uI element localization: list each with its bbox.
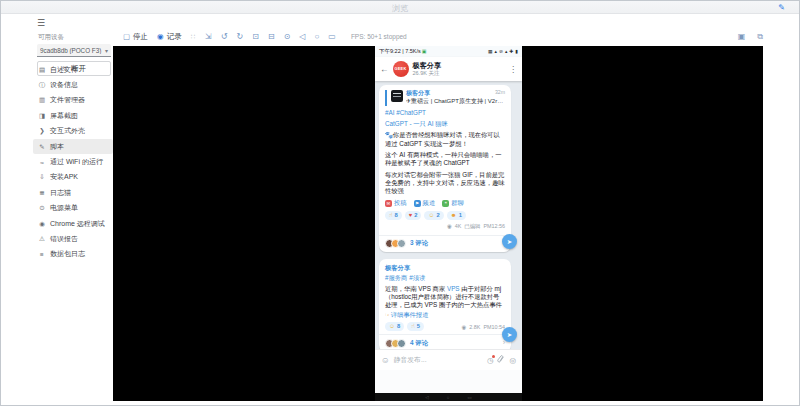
sidebar-item-install-apk[interactable]: ⇩安装APK: [33, 170, 113, 185]
reply-preview[interactable]: 极客分享 ✈重磅云 | ChatGPT原生支持 | V2rayN6…: [385, 90, 505, 106]
device-name: 9cadb8db (POCO F3): [40, 47, 105, 54]
sidebar-item-logcat[interactable]: ≣日志猫: [33, 185, 113, 200]
channel-name[interactable]: 极客分享: [385, 264, 505, 272]
views-count: 4K: [455, 223, 462, 230]
expand-icon[interactable]: ⧉: [757, 32, 763, 42]
sidebar-item-adb-over-wifi[interactable]: ≈通过 WiFi 的运行: [33, 154, 113, 169]
app-switch-icon[interactable]: ▭: [328, 32, 336, 41]
message-bubble[interactable]: 32m 极客分享 ✈重磅云 | ChatGPT原生支持 | V2rayN6… #…: [379, 85, 511, 252]
share-button[interactable]: ➤: [502, 234, 517, 249]
device-dropdown[interactable]: 9cadb8db (POCO F3) ▾: [37, 44, 111, 57]
sidebar-item-scrcpy[interactable]: ✎脚本: [33, 139, 113, 154]
record-icon: ◉: [157, 32, 164, 41]
record-toggle[interactable]: ◉记录: [157, 32, 182, 42]
edited-label: 已编辑: [464, 223, 480, 230]
reactions: ☝8 ♥2 ☺2 ☻1: [385, 211, 505, 221]
screenshot-icon: ◨: [38, 112, 46, 120]
channel-link[interactable]: ⚑频道: [414, 199, 436, 207]
nav-back-icon[interactable]: ◁: [425, 395, 428, 400]
nav-home-icon[interactable]: ○: [447, 395, 450, 400]
pip-icon[interactable]: ⊟: [268, 32, 275, 41]
nav-recent-icon[interactable]: ▭: [467, 395, 471, 400]
title-bar: 浏览 ✎: [1, 1, 799, 14]
power-icon[interactable]: ⊙: [284, 32, 291, 41]
hashtags[interactable]: #服务商 #须读: [385, 274, 505, 282]
notification-dot: [492, 355, 495, 358]
rotate-left-icon[interactable]: ↺: [221, 32, 228, 41]
commenter-avatars: [385, 239, 406, 248]
input-area-spacer: [375, 370, 522, 393]
message-paragraph: 这个 AI 有两种模式，一种只会喵喵喵，一种是被赋予了灵魂的 ChatGPT: [385, 151, 505, 168]
sidebar-item-device-info[interactable]: ⓘ设备信息: [33, 77, 113, 92]
attach-icon[interactable]: [497, 355, 505, 366]
rotate-right-icon[interactable]: ↻: [237, 32, 244, 41]
screenshot-icon[interactable]: ⊡: [252, 32, 259, 41]
bug-icon: ⚠: [38, 235, 46, 243]
share-arrow-icon: ➤: [507, 238, 512, 246]
reaction-hug[interactable]: ☻1: [447, 211, 466, 221]
channel-subscribers: 26.9K 关注: [413, 70, 442, 77]
reply-text: ✈重磅云 | ChatGPT原生支持 | V2rayN6…: [406, 98, 505, 106]
home-icon[interactable]: ○: [314, 32, 319, 41]
android-nav-bar: ◁ ○ ▭: [375, 393, 522, 401]
message-paragraph: 每次对话它都会附带一张猫 GIF，目前是完全免费的，支持中文对话，反应迅速，趣味…: [385, 171, 505, 196]
reaction-thumbs-up[interactable]: ☝5: [407, 322, 424, 332]
sidebar-item-bug-report[interactable]: ⚠错误报告: [33, 231, 113, 246]
message-paragraph: 近期，华南 VPS 商家 VPS 由于对部分 mj（hostloc用户群体简称）…: [385, 285, 505, 310]
emoji-icon[interactable]: ☺: [381, 355, 390, 365]
message-paragraph: 🐾你是否曾经想和猫咪对话，现在你可以通过 CatGPT 实现这一梦想！: [385, 131, 505, 148]
comments-bar[interactable]: 3 评论 ›: [379, 235, 511, 252]
reaction-laugh[interactable]: ☺8: [385, 322, 404, 332]
bot-link[interactable]: CatGPT - 一只 AI 猫咪: [385, 120, 505, 128]
camera-icon[interactable]: ▣: [738, 32, 746, 42]
mirror-canvas[interactable]: 下午9:22 | 7.5K/s▣ ▦ ▴ ⊘ ▴ ✚ ▮ ← GEEK 极客分享…: [113, 46, 763, 401]
views-icon: ◉: [447, 223, 452, 230]
document-icon: ▤: [38, 66, 46, 74]
group-link[interactable]: ❝群聊: [442, 199, 464, 207]
info-icon: ⓘ: [38, 81, 46, 90]
hashtags[interactable]: #AI #ChatGPT: [385, 109, 505, 117]
fps-counter: FPS: 50+1 stopped: [351, 33, 407, 40]
drag-handle-icon: ∷: [191, 33, 196, 41]
script-icon: ✎: [38, 143, 46, 151]
phone-screen[interactable]: 下午9:22 | 7.5K/s▣ ▦ ▴ ⊘ ▴ ✚ ▮ ← GEEK 极客分享…: [375, 46, 522, 401]
menu-icon[interactable]: ☰: [37, 18, 51, 30]
reply-channel: 极客分享: [406, 90, 505, 98]
back-icon[interactable]: ◁: [299, 32, 305, 41]
more-menu-icon[interactable]: ⋮: [509, 65, 517, 74]
back-icon[interactable]: ←: [380, 64, 389, 74]
sidebar-item-chrome-debug[interactable]: ◉Chrome 远程调试: [33, 216, 113, 231]
battery-icon: ▮: [515, 49, 518, 54]
vps-link[interactable]: VPS: [447, 285, 460, 292]
reaction-thumbs-up[interactable]: ☝8: [385, 211, 402, 221]
stop-button[interactable]: ▢停止: [123, 32, 148, 42]
reaction-laugh[interactable]: ☺2: [424, 211, 443, 221]
record-icon[interactable]: ◎: [509, 356, 516, 365]
message-meta: ◉ 4K 已编辑 PM12:56: [385, 223, 505, 230]
edit-icon[interactable]: ✎: [778, 3, 785, 12]
share-button[interactable]: ➤: [502, 327, 517, 342]
share-arrow-icon: ➤: [507, 331, 512, 339]
views-icon: ◉: [462, 324, 467, 331]
sidebar-item-screenshot[interactable]: ◨屏幕截图: [33, 108, 113, 123]
sidebar-item-packet-log[interactable]: ≡数据包日志: [33, 247, 113, 262]
message-input-bar[interactable]: ☺ 静音发布... ◷ ◎: [375, 349, 522, 370]
mail-icon: ✉: [385, 200, 392, 207]
sidebar-item-readme[interactable]: ▤自述文件: [33, 62, 113, 77]
nfc-icon: ✚: [509, 49, 513, 54]
sidebar-item-interactive-shell[interactable]: ❯交互式外壳: [33, 124, 113, 139]
message-bubble[interactable]: 极客分享 #服务商 #须读 近期，华南 VPS 商家 VPS 由于对部分 mj（…: [379, 259, 511, 352]
comments-label: 3 评论: [410, 239, 428, 247]
fullscreen-icon[interactable]: ⇲: [205, 32, 212, 41]
detail-link[interactable]: ☞详细事件报道: [385, 311, 505, 319]
submit-link[interactable]: ✉投稿: [385, 199, 407, 207]
sidebar-item-file-manager[interactable]: ▥文件管理器: [33, 93, 113, 108]
reaction-heart[interactable]: ♥2: [405, 211, 422, 221]
channel-avatar[interactable]: GEEK: [393, 61, 409, 77]
sidebar-item-power-menu[interactable]: ⊙电源菜单: [33, 201, 113, 216]
message-input-placeholder[interactable]: 静音发布...: [394, 355, 483, 365]
schedule-icon[interactable]: ◷: [487, 356, 494, 365]
sidebar: ☰ 可用设备 9cadb8db (POCO F3) ▾ ↯ 断开 ▤自述文件 ⓘ…: [31, 14, 113, 404]
megaphone-icon: ⚑: [414, 200, 421, 207]
mirror-toolbar: ▢停止 ◉记录 ∷ ⇲ ↺ ↻ ⊡ ⊟ ⊙ ◁ ○ ▭ FPS: 50+1 st…: [123, 28, 769, 45]
